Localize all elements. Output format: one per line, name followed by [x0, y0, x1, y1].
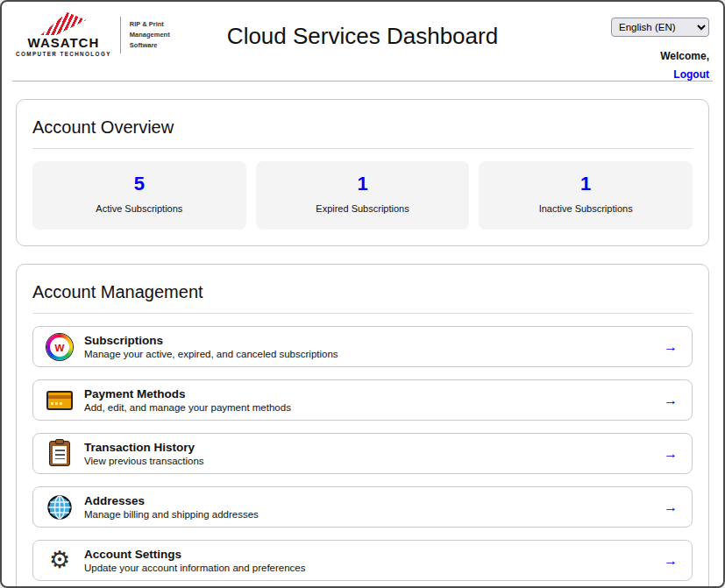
arrow-right-icon[interactable]: →: [664, 339, 678, 355]
page-container: WASATCH COMPUTER TECHNOLOGY RIP & Print …: [0, 0, 725, 588]
stat-value: 5: [32, 173, 246, 195]
account-management-card: Account Management w Subscriptions Manag…: [16, 264, 709, 588]
stat-label: Expired Subscriptions: [256, 203, 470, 214]
account-overview-title: Account Overview: [32, 117, 693, 138]
icon-box: [44, 494, 75, 521]
welcome-text: Welcome,: [660, 50, 709, 62]
globe-icon: [46, 494, 73, 521]
stat-label: Active Subscriptions: [32, 203, 246, 214]
logo-swoosh-icon: [40, 12, 86, 35]
logo-tagline-line1: RIP & Print: [130, 19, 170, 30]
logo-divider: [120, 17, 121, 53]
arrow-right-icon[interactable]: →: [664, 393, 678, 408]
management-item-subscriptions[interactable]: w Subscriptions Manage your active, expi…: [32, 326, 693, 367]
item-title: Addresses: [84, 494, 259, 507]
management-item-payment-methods[interactable]: Payment Methods Add, edit, and manage yo…: [32, 379, 693, 421]
logo-brand-text: WASATCH: [28, 36, 100, 49]
logo-sub-brand-text: COMPUTER TECHNOLOGY: [16, 51, 111, 57]
credit-card-icon: [46, 391, 73, 410]
item-title: Subscriptions: [84, 334, 338, 347]
logo-tagline: RIP & Print Management Software: [130, 19, 170, 51]
icon-box: ⚙: [44, 549, 75, 572]
stat-card-active-subscriptions: 5 Active Subscriptions: [32, 161, 246, 230]
header-right: English (EN) Welcome, Logout: [498, 12, 709, 81]
item-description: View previous transactions: [84, 456, 204, 466]
gear-icon: ⚙: [49, 549, 70, 572]
icon-box: [44, 441, 75, 466]
management-item-transaction-history[interactable]: Transaction History View previous transa…: [32, 433, 693, 474]
item-description: Update your account information and pref…: [84, 563, 306, 573]
header-divider: [12, 81, 713, 81]
stat-card-expired-subscriptions: 1 Expired Subscriptions: [256, 161, 470, 230]
clipboard-icon: [49, 441, 70, 466]
arrow-right-icon[interactable]: →: [664, 499, 678, 515]
stat-card-inactive-subscriptions: 1 Inactive Subscriptions: [479, 161, 693, 230]
item-description: Manage your active, expired, and cancele…: [84, 349, 338, 359]
logo-tagline-line3: Software: [130, 40, 170, 51]
logo-tagline-line2: Management: [130, 30, 170, 40]
item-title: Account Settings: [84, 548, 306, 561]
stat-value: 1: [256, 173, 470, 195]
arrow-right-icon[interactable]: →: [664, 553, 678, 569]
icon-box: [44, 391, 75, 410]
item-description: Manage billing and shipping addresses: [84, 509, 259, 520]
page-title: Cloud Services Dashboard: [227, 12, 498, 50]
header: WASATCH COMPUTER TECHNOLOGY RIP & Print …: [2, 2, 723, 81]
arrow-right-icon[interactable]: →: [664, 446, 678, 462]
wasatch-badge-icon: w: [46, 334, 73, 360]
stat-value: 1: [479, 173, 693, 195]
wasatch-logo: WASATCH COMPUTER TECHNOLOGY RIP & Print …: [16, 12, 227, 57]
logo-mark: WASATCH COMPUTER TECHNOLOGY: [16, 12, 111, 57]
item-description: Add, edit, and manage your payment metho…: [84, 402, 291, 413]
wasatch-letter: w: [50, 337, 69, 357]
account-overview-divider: [32, 148, 693, 149]
stats-row: 5 Active Subscriptions 1 Expired Subscri…: [32, 161, 693, 230]
icon-box: w: [44, 334, 75, 360]
logout-link[interactable]: Logout: [673, 68, 709, 81]
item-title: Transaction History: [84, 441, 204, 454]
account-management-divider: [32, 313, 693, 314]
item-title: Payment Methods: [84, 387, 291, 400]
account-overview-card: Account Overview 5 Active Subscriptions …: [16, 99, 709, 246]
management-item-addresses[interactable]: Addresses Manage billing and shipping ad…: [32, 486, 693, 528]
stat-label: Inactive Subscriptions: [479, 203, 693, 214]
management-item-account-settings[interactable]: ⚙ Account Settings Update your account i…: [32, 540, 693, 581]
language-select[interactable]: English (EN): [611, 18, 709, 37]
account-management-title: Account Management: [32, 282, 693, 302]
